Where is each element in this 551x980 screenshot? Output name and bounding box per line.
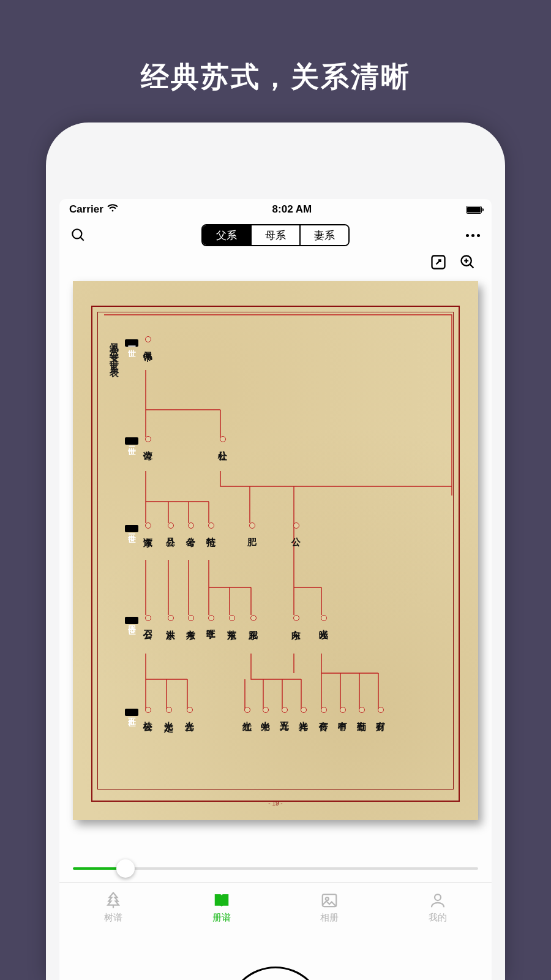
svg-line-1: [80, 237, 83, 240]
svg-point-10: [435, 894, 441, 900]
zoom-in-icon[interactable]: [459, 253, 477, 271]
lineage-segment: 父系 母系 妻系: [201, 224, 350, 246]
wifi-icon: [107, 203, 118, 216]
phone-screen: Carrier 8:02 AM 父系 母系 妻系: [59, 199, 492, 980]
tree-node[interactable]: 棱公: [142, 707, 154, 715]
tree-node[interactable]: 东向: [290, 615, 302, 624]
genealogy-page[interactable]: - 19 - 佩帝公支下世系表: [73, 281, 478, 820]
tree-node[interactable]: 光暎: [318, 615, 329, 624]
tree-node[interactable]: 公: [290, 522, 302, 530]
tree-node[interactable]: 召公: [142, 615, 154, 624]
tree-node[interactable]: 光定: [163, 707, 174, 715]
tab-book[interactable]: 册谱: [212, 891, 231, 924]
tree-node[interactable]: 佩帝: [142, 336, 154, 345]
promo-heading: 经典苏式，关系清晰: [0, 0, 551, 133]
carrier-label: Carrier: [69, 203, 103, 216]
tree-node[interactable]: 光五: [279, 707, 290, 715]
expand-icon[interactable]: [429, 253, 448, 271]
tab-label: 树谱: [104, 912, 122, 924]
tree-node[interactable]: 东范: [226, 615, 238, 624]
phone-frame: Carrier 8:02 AM 父系 母系 妻系: [46, 123, 505, 980]
slider-handle[interactable]: [116, 859, 135, 878]
tree-node[interactable]: 公考: [185, 522, 197, 531]
tree-node[interactable]: 光中: [260, 707, 271, 715]
toolbar: 父系 母系 妻系: [59, 220, 492, 251]
clock: 8:02 AM: [272, 203, 312, 216]
tree-node[interactable]: 公杜: [217, 436, 228, 445]
battery-icon: [466, 206, 482, 214]
tree-node[interactable]: 东谭: [142, 522, 154, 531]
tree-node[interactable]: 特范: [205, 522, 217, 531]
tree-node[interactable]: 有传: [318, 707, 329, 715]
gen-label-2: 二世: [125, 437, 138, 445]
search-icon[interactable]: [69, 226, 88, 244]
tab-mine[interactable]: 我的: [429, 891, 447, 924]
tab-label: 我的: [429, 912, 447, 924]
image-icon: [320, 891, 339, 910]
tree-node[interactable]: 东肥: [247, 615, 259, 624]
tree-node[interactable]: 东洪: [165, 615, 176, 624]
tree-node[interactable]: 李旺: [205, 615, 217, 624]
tree-node[interactable]: 有申: [337, 707, 348, 715]
home-button-outline: [227, 967, 324, 980]
page-slider[interactable]: [73, 867, 478, 870]
tree-node[interactable]: 光祥: [298, 707, 309, 715]
gen-label-4: 四世: [125, 617, 138, 624]
tree-node[interactable]: 东考: [185, 615, 197, 624]
tree-node[interactable]: 有勤: [356, 707, 367, 715]
canvas-tools: [59, 251, 492, 275]
segment-maternal[interactable]: 母系: [252, 225, 301, 245]
tree-node[interactable]: 肥: [246, 522, 258, 530]
tab-bar: 树谱 册谱 相册 我的: [59, 882, 492, 980]
tree-node[interactable]: 有财: [375, 707, 386, 715]
status-bar: Carrier 8:02 AM: [59, 199, 492, 220]
tree-node[interactable]: 光合: [184, 707, 195, 715]
gen-label-5: 五世: [125, 709, 138, 716]
tab-album[interactable]: 相册: [320, 891, 339, 924]
tab-label: 相册: [320, 912, 339, 924]
tree-node[interactable]: 旦公: [165, 522, 176, 531]
tree-node[interactable]: 光红: [241, 707, 253, 715]
more-icon[interactable]: [463, 226, 482, 244]
segment-spouse[interactable]: 妻系: [301, 225, 348, 245]
gen-label-3: 三世: [125, 525, 138, 532]
segment-paternal[interactable]: 父系: [203, 225, 252, 245]
tree-icon: [104, 891, 122, 910]
book-icon: [212, 891, 231, 910]
gen-label-1: 一世: [125, 339, 138, 347]
tree-connectors: [73, 281, 478, 820]
svg-point-0: [72, 229, 81, 238]
svg-point-9: [326, 897, 329, 900]
tab-tree[interactable]: 树谱: [104, 891, 122, 924]
tab-label: 册谱: [212, 912, 231, 924]
user-icon: [429, 891, 447, 910]
tree-node[interactable]: 公谭: [142, 436, 154, 445]
svg-line-4: [470, 265, 474, 268]
